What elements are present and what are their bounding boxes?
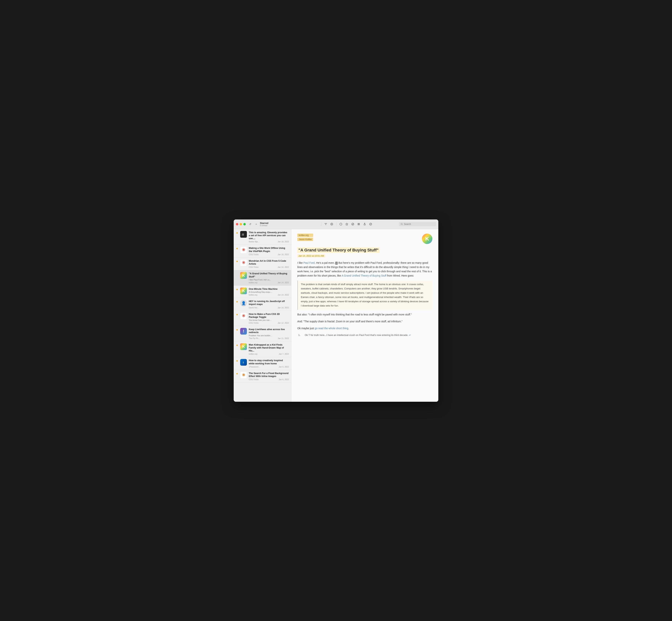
item-meta: CSS-Tricks Jan 6, 2022	[249, 378, 289, 380]
item-text: HEY is running its JavaScript off import…	[249, 300, 289, 309]
share-icon[interactable]	[363, 222, 366, 225]
search-bar[interactable]	[399, 222, 436, 226]
item-date: Jan 14, 2022	[278, 294, 289, 296]
item-meta: The Fly Ph… Jan 11, 2022	[249, 337, 289, 339]
toolbar-center-icons	[321, 222, 372, 226]
item-source: kottke.org	[249, 353, 257, 355]
list-item[interactable]: ★ 👤 HEY is running its JavaScript off im…	[234, 298, 291, 311]
item-date: Jan 6, 2022	[279, 366, 289, 368]
avatar: K	[422, 234, 432, 244]
list-item[interactable]: ★ K One-Minute Time Machine A Groundhog …	[234, 286, 291, 298]
para4-post: .	[348, 327, 349, 330]
body-text: I like	[297, 261, 304, 264]
item-title: This is amazing. Eleventy provides a set…	[249, 231, 289, 240]
list-item[interactable]: ★ ✳ Mondrian Art in CSS From 5 Code Arti…	[234, 258, 291, 271]
item-source: CSS-Tricks	[249, 322, 259, 324]
item-title: HEY is running its JavaScript off import…	[249, 300, 289, 306]
svg-point-9	[401, 223, 402, 224]
item-meta: David Hei… Jan 14, 2022	[249, 306, 289, 309]
footnote-text: Ok T for truth here...I have an intellec…	[305, 334, 408, 336]
item-date: Jan 14, 2022	[278, 281, 289, 284]
item-source: 1Password…	[249, 366, 260, 368]
article-paragraph-3: And: "The supply chain is fractal: Zoom …	[297, 319, 432, 324]
article-area: kottke.org Jason Kottke K "A Grand Unifi…	[291, 229, 438, 402]
list-item[interactable]: ★ K Man Kidnapped as a Kid Finds Family …	[234, 341, 291, 357]
item-text: "A Grand Unified Theory of Buying Stuff"…	[249, 272, 289, 284]
item-date: Jan 18, 2022	[278, 241, 289, 243]
window-title-area: Starred 0 unread	[260, 222, 269, 226]
favicon: K	[240, 272, 247, 279]
article-title: "A Grand Unified Theory of Buying Stuff"	[297, 247, 380, 253]
item-source: kottke.org	[249, 294, 257, 296]
article-date: Jan 14, 2022 at 10:01 AM	[297, 254, 325, 257]
list-item[interactable]: ★ ✳ The Search For a Fixed Background Ef…	[234, 370, 291, 383]
footnotes-list: Ok T for truth here...I have an intellec…	[297, 333, 432, 337]
article-site-info: kottke.org Jason Kottke	[297, 234, 313, 241]
list-item[interactable]: ★ K "A Grand Unified Theory of Buying St…	[234, 270, 291, 286]
para4-pre: Ok maybe just	[297, 327, 315, 330]
footnote-item: Ok T for truth here...I have an intellec…	[301, 333, 432, 337]
star-icon: ★	[236, 260, 238, 263]
filter-icon[interactable]	[324, 222, 327, 225]
list-item[interactable]: ★ ✳ Making a Site Work Offline Using the…	[234, 245, 291, 258]
item-text: How to stay creatively inspired while wo…	[249, 359, 289, 368]
favicon: ✳	[240, 372, 247, 378]
item-title: One-Minute Time Machine	[249, 288, 289, 291]
toolbar-controls: ↺ +	[248, 222, 259, 226]
toolbar-separator	[321, 222, 321, 226]
refresh-icon[interactable]: ↺	[248, 222, 252, 226]
list-icon[interactable]	[357, 222, 360, 225]
favicon: 11	[240, 231, 247, 238]
star-icon: ★	[236, 344, 238, 347]
item-source: Baldur Bja…	[249, 241, 260, 243]
blockquote-text: The problem is that certain kinds of stu…	[301, 283, 429, 307]
check-icon[interactable]	[351, 222, 354, 225]
list-item[interactable]: ★ ✳ How to Make a Pure CSS 3D Package To…	[234, 311, 291, 326]
svg-marker-2	[346, 223, 348, 225]
item-title: The Search For a Fixed Background Effect…	[249, 372, 289, 378]
item-text: One-Minute Time Machine A Groundhog Day-…	[249, 288, 289, 296]
maximize-button[interactable]	[243, 223, 246, 225]
paul-ford-link[interactable]: Paul Ford	[304, 261, 315, 264]
item-title: "A Grand Unified Theory of Buying Stuff"	[249, 272, 289, 278]
wired-link[interactable]: A Grand Unified Theory of Buying Stuff	[342, 274, 386, 277]
star-icon: ★	[236, 288, 238, 291]
article-site-name: kottke.org	[297, 234, 313, 237]
footnote-return-link[interactable]: ↩	[409, 334, 411, 336]
item-title: Man Kidnapped as a Kid Finds Family with…	[249, 343, 289, 353]
svg-text:1: 1	[243, 361, 244, 364]
item-meta: 1Password… Jan 6, 2022	[249, 366, 289, 368]
item-snippet: Problem You are buildin…	[249, 334, 289, 337]
item-title: How to Make a Pure CSS 3D Package Toggle	[249, 313, 289, 319]
svg-rect-6	[358, 225, 360, 225]
favicon: K	[240, 288, 247, 294]
star-icon: ★	[236, 313, 238, 316]
star-icon: ★	[236, 372, 238, 375]
item-source: The Fly Ph…	[249, 337, 260, 339]
circle-icon[interactable]	[339, 222, 342, 225]
close-button[interactable]	[236, 223, 238, 225]
item-date: Jan 18, 2022	[278, 253, 289, 255]
favicon: !	[240, 328, 247, 335]
star-icon[interactable]	[345, 222, 348, 225]
star-icon: ★	[236, 300, 238, 303]
read-whole-link[interactable]: go read the whole short thing	[315, 327, 348, 330]
item-source: David Hei…	[249, 306, 259, 309]
list-item[interactable]: ★ 1 How to stay creatively inspired whil…	[234, 357, 291, 370]
item-title: Keep LiveViews alive across live redirec…	[249, 328, 289, 334]
compose-icon[interactable]	[330, 222, 333, 225]
favicon: ✳	[240, 259, 247, 266]
search-input[interactable]	[404, 223, 434, 225]
item-date: Jan 11, 2022	[278, 337, 289, 339]
item-title: How to stay creatively inspired while wo…	[249, 359, 289, 365]
item-meta: CSS-Tricks Jan 14, 2022	[249, 266, 289, 268]
list-item[interactable]: ★ 11 This is amazing. Eleventy provides …	[234, 229, 291, 245]
minimize-button[interactable]	[240, 223, 242, 225]
svg-point-1	[340, 223, 342, 225]
list-item[interactable]: ★ ! Keep LiveViews alive across live red…	[234, 326, 291, 341]
item-text: This is amazing. Eleventy provides a set…	[249, 231, 289, 243]
add-icon[interactable]: +	[254, 222, 259, 226]
item-source: CSS-Tricks	[249, 253, 259, 255]
footnote-mark[interactable]: 1	[335, 262, 338, 265]
slash-icon[interactable]	[369, 222, 372, 225]
